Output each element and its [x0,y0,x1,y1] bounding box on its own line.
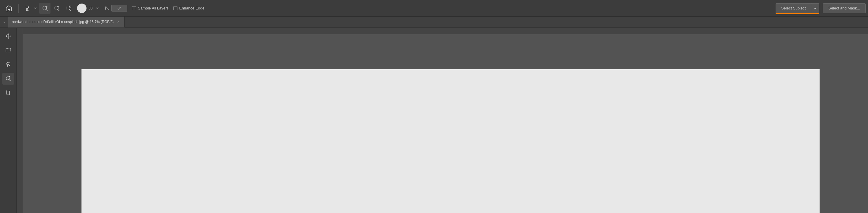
quick-selection-sidebar-button[interactable] [2,73,14,85]
select-subject-container: Select Subject [776,3,819,13]
brush-size-dropdown[interactable] [95,4,100,13]
brush-tool-icon [24,5,30,11]
angle-icon [104,5,110,11]
tab-bar: » nordwood-themes-nDd3dIkkOLo-unsplash.j… [0,17,868,28]
move-tool-icon [5,33,11,39]
enhance-edge-text: Enhance Edge [179,6,204,10]
svg-point-12 [6,77,9,80]
brush-size-preview [77,4,87,13]
enhance-edge-checkbox[interactable] [173,6,178,10]
enhance-edge-group: Enhance Edge [173,6,204,10]
ruler-left [17,28,23,213]
brush-size-group: 30 [77,4,100,13]
divider-1 [18,4,19,13]
crop-tool-icon [5,90,11,96]
sample-all-layers-label[interactable]: Sample All Layers [132,6,168,10]
angle-input[interactable] [111,5,127,11]
select-and-mask-label: Select and Mask... [829,6,860,10]
chevron-down-icon [34,7,37,9]
select-subject-label: Select Subject [781,6,806,10]
main-area [0,28,868,213]
home-icon [5,5,12,12]
lasso-tool-group [22,3,37,14]
svg-line-2 [46,9,48,11]
remove-selection-tool-button[interactable] [51,3,62,14]
lasso-tool-icon [5,61,11,68]
tab-close-button[interactable]: × [116,20,121,24]
selection-tool-group [39,3,74,14]
remove-selection-icon [54,5,60,11]
document-tab[interactable]: nordwood-themes-nDd3dIkkOLo-unsplash.jpg… [8,17,125,28]
sample-all-layers-text: Sample All Layers [138,6,168,10]
left-toolbar [0,28,17,213]
chevron-down-icon-3 [814,7,817,9]
angle-group [104,5,127,11]
lasso-tool-button[interactable] [2,59,14,71]
select-subject-button[interactable]: Select Subject [776,3,811,13]
svg-line-13 [9,79,10,81]
home-button[interactable] [2,2,16,15]
rectangular-marquee-tool-button[interactable] [2,44,14,56]
quick-selection-icon [42,5,48,11]
select-and-mask-button[interactable]: Select and Mask... [823,3,866,13]
svg-rect-11 [6,49,11,52]
enhance-edge-label[interactable]: Enhance Edge [173,6,204,10]
move-tool-button[interactable] [2,30,14,42]
svg-point-8 [66,6,70,10]
panel-collapse-button[interactable]: » [0,17,8,28]
crop-tool-button[interactable] [2,87,14,99]
rectangular-marquee-icon [5,47,11,54]
top-toolbar: 30 Sample All Layers Enhance Edge [0,0,868,17]
select-subject-dropdown-button[interactable] [811,3,819,13]
brush-tool-button[interactable] [22,3,33,14]
brush-tool-dropdown[interactable] [33,3,37,14]
chevron-down-icon-2 [96,7,99,9]
svg-point-5 [55,6,58,10]
document-canvas [82,69,819,213]
collapse-icon: » [3,20,5,24]
intersect-selection-icon [65,5,72,11]
svg-point-1 [43,6,46,10]
sample-all-layers-group: Sample All Layers [132,6,168,10]
quick-selection-sidebar-icon [5,75,11,82]
canvas-area [17,28,868,213]
svg-line-9 [70,9,71,11]
svg-point-0 [26,6,28,8]
sample-all-layers-checkbox[interactable] [132,6,136,10]
tab-filename: nordwood-themes-nDd3dIkkOLo-unsplash.jpg… [12,20,114,24]
quick-selection-tool-button[interactable] [39,3,51,14]
intersect-selection-tool-button[interactable] [63,3,74,14]
svg-line-6 [58,9,60,11]
brush-size-value: 30 [88,6,94,10]
select-subject-progress-bar [776,13,819,14]
ruler-top [17,28,868,34]
